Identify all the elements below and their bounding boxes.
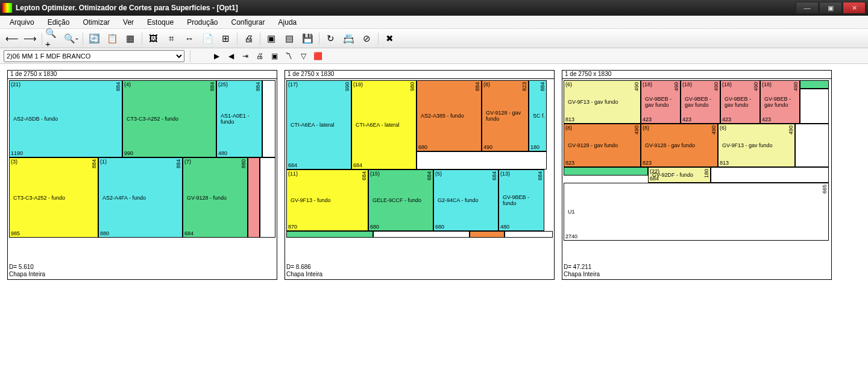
cut-piece[interactable]: 884AS2-A385 - fundo680 <box>417 80 482 151</box>
cut-piece[interactable] <box>800 80 829 89</box>
menu-edição[interactable]: Edição <box>42 17 76 28</box>
view1-button[interactable]: ▣ <box>263 31 280 46</box>
menu-ver[interactable]: Ver <box>117 17 140 28</box>
piece-index: (18) <box>643 81 652 87</box>
material-select[interactable]: 2)06 MM 1 F MDF BRANCO <box>4 50 184 62</box>
piece-width: 823 <box>565 160 574 166</box>
cut-piece[interactable]: (17)990CTI-A6EA - lateral684 <box>286 80 351 169</box>
cut-piece[interactable] <box>373 231 470 238</box>
chart-button[interactable]: 〽 <box>282 50 295 62</box>
save-button[interactable]: 💾 <box>299 31 316 46</box>
menu-estoque[interactable]: Estoque <box>141 17 180 28</box>
cut-piece[interactable]: (13)684GV-9BEB - fundo480 <box>498 169 544 231</box>
blank-button[interactable] <box>195 50 209 62</box>
disc-button[interactable]: ⊘ <box>358 31 375 46</box>
zoom-in-button[interactable]: 🔍+ <box>45 31 61 46</box>
play-button[interactable]: ▶ <box>210 50 223 62</box>
sheet-panel-2[interactable]: 1 de 2750 x 1830(17)990CTI-A6EA - latera… <box>285 70 555 280</box>
clipboard-button[interactable]: 📋 <box>104 31 121 46</box>
cut-piece[interactable]: (15)684GELE-9CCF - fundo680 <box>368 169 433 231</box>
piece-height: 884 <box>175 159 181 168</box>
piece-name: SC f. <box>533 113 545 119</box>
sheet-panel-1[interactable]: 1 de 2750 x 1830(21)884AS2-A5DB - fundo1… <box>7 70 277 280</box>
menu-arquivo[interactable]: Arquivo <box>4 17 40 28</box>
cut-piece[interactable]: (25)884AS1-A0E1 - fundo480 <box>216 80 262 157</box>
print2-button[interactable]: 🖨 <box>253 50 266 62</box>
cut-piece[interactable]: 884SC f.180 <box>529 80 547 151</box>
cut-piece[interactable] <box>470 231 505 238</box>
piece-height: 884 <box>474 82 480 91</box>
menu-ajuda[interactable]: Ajuda <box>272 17 303 28</box>
reload-button[interactable]: ↻ <box>322 31 339 46</box>
cut-piece[interactable] <box>505 231 553 238</box>
menu-configurar[interactable]: Configurar <box>225 17 271 28</box>
print-button[interactable]: 🖨 <box>240 31 257 46</box>
cut-piece[interactable]: (6)490GV-9F13 - gav fundo813 <box>718 124 795 167</box>
sub-toolbar: 2)06 MM 1 F MDF BRANCO ▶◀⇥🖨▣〽▽🟥 <box>0 48 868 64</box>
forward-button[interactable]: ⟶ <box>22 31 39 46</box>
cut-piece[interactable]: (7)880GV-9128 - fundo684 <box>183 157 248 238</box>
piece-index: (13) <box>500 171 510 177</box>
calc-button[interactable]: 📇 <box>340 31 357 46</box>
cut-piece[interactable] <box>248 157 260 238</box>
cut-piece[interactable] <box>260 157 275 238</box>
cut-piece[interactable]: (6)490GV-9F13 - gav fundo813 <box>564 80 641 124</box>
cut-piece[interactable]: (18)490GV-9BEB - gav fundo423 <box>760 80 800 124</box>
cut-piece[interactable]: (1)884AS2-A4FA - fundo880 <box>98 157 183 238</box>
cut-piece[interactable] <box>711 167 829 183</box>
sheet-panel-3[interactable]: 1 de 2750 x 1830(6)490GV-9F13 - gav fund… <box>562 70 832 280</box>
pattern-button[interactable]: ⌗ <box>163 31 180 46</box>
stop-button[interactable]: 🟥 <box>311 50 324 62</box>
cut-piece[interactable] <box>795 124 829 167</box>
cut-piece[interactable]: (11)684GV-9F13 - fundo870 <box>286 169 368 231</box>
view2-button[interactable]: ▤ <box>281 31 298 46</box>
prev-button[interactable]: ◀ <box>224 50 237 62</box>
piece-index: (6) <box>720 125 726 131</box>
cut-piece[interactable] <box>564 167 648 176</box>
piece-index: (15) <box>370 171 380 177</box>
minimize-button[interactable]: — <box>796 2 819 14</box>
menu-produção[interactable]: Produção <box>181 17 224 28</box>
cut-piece[interactable]: (21)884AS2-A5DB - fundo1190 <box>9 80 122 157</box>
piece-name: GELE-9CCF - fundo <box>373 197 421 203</box>
cut-piece[interactable]: (8)823GV-9128 - gav fundo490 <box>482 80 529 151</box>
panels-button[interactable]: ⊞ <box>217 31 234 46</box>
cut-piece[interactable] <box>262 80 275 157</box>
piece-index: (8) <box>643 125 649 131</box>
delete-button[interactable]: ✖ <box>381 31 398 46</box>
close-button[interactable]: ✕ <box>843 2 866 14</box>
layout-button[interactable]: ↔ <box>181 31 198 46</box>
goto-end-button[interactable]: ⇥ <box>239 50 252 62</box>
view3-button[interactable]: ▣ <box>268 50 281 62</box>
piece-index: (21) <box>11 81 20 87</box>
cut-piece[interactable]: (4)884CT3-C3-A252 - fundo990 <box>122 80 216 157</box>
cut-piece[interactable]: (5)684G2-94CA - fundo680 <box>433 169 498 231</box>
piece-name: AS2-A5DB - fundo <box>13 116 58 122</box>
back-button[interactable]: ⟵ <box>4 31 20 46</box>
cut-piece[interactable]: (18)490GV-9BEB - gav fundo423 <box>681 80 720 124</box>
piece-height: 684 <box>361 171 367 180</box>
cut-piece[interactable]: (18)490GV-9BEB - gav fundo423 <box>720 80 760 124</box>
cut-piece[interactable] <box>800 89 829 124</box>
refresh-button[interactable]: 🔄 <box>86 31 102 46</box>
zoom-out-button[interactable]: 🔍- <box>63 31 80 46</box>
filter-button[interactable]: ▽ <box>297 50 310 62</box>
cut-piece[interactable]: 665U12740 <box>564 183 829 241</box>
piece-height: 884 <box>539 82 546 91</box>
image-button[interactable]: 🖼 <box>145 31 162 46</box>
cut-piece[interactable] <box>286 231 373 238</box>
cut-piece[interactable]: (18)490GV-9BEB - gav fundo423 <box>641 80 681 124</box>
pdf-button[interactable]: 📄 <box>199 31 216 46</box>
piece-index: (11) <box>288 171 298 177</box>
cut-piece[interactable]: (22)180GV-92DF - fundo684 <box>648 167 711 183</box>
cut-piece[interactable]: (3)884CT3-C3-A252 - fundo985 <box>9 157 98 238</box>
cut-piece[interactable] <box>417 151 547 169</box>
grid-button[interactable]: ▦ <box>122 31 139 46</box>
piece-height: 490 <box>673 82 679 91</box>
menu-otimizar[interactable]: Otimizar <box>77 17 116 28</box>
cut-piece[interactable]: (19)980CTI-A6EA - lateral684 <box>351 80 417 169</box>
cut-piece[interactable]: (8)490GV-9128 - gav fundo823 <box>564 124 641 167</box>
panel-body: (17)990CTI-A6EA - lateral684(19)980CTI-A… <box>285 79 554 260</box>
maximize-button[interactable]: ▣ <box>819 2 842 14</box>
cut-piece[interactable]: (8)490GV-9128 - gav fundo823 <box>641 124 718 167</box>
